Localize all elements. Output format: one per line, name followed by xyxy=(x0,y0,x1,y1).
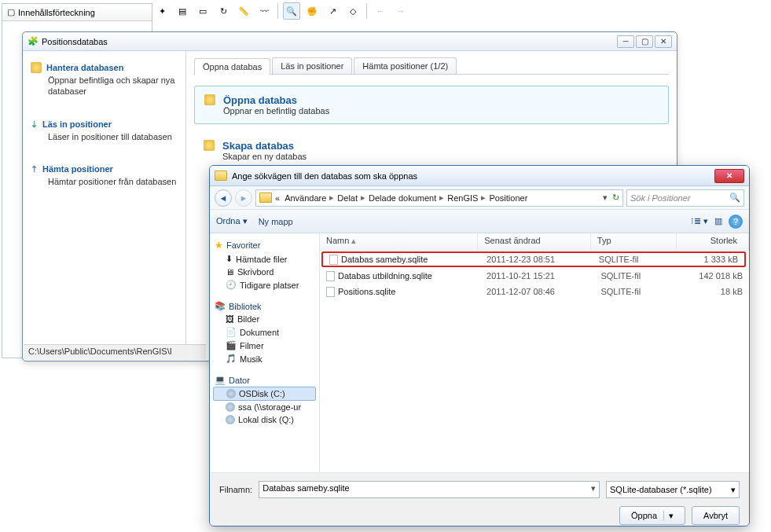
dialog-close-button[interactable]: ✕ xyxy=(714,169,744,183)
file-icon xyxy=(326,271,335,281)
crumb[interactable]: Positioner xyxy=(487,193,529,203)
close-button[interactable]: ✕ xyxy=(655,35,672,48)
col-type[interactable]: Typ xyxy=(591,233,677,250)
dialog-nav-tree[interactable]: ★Favoriter ⬇Hämtade filer 🖥Skrivbord 🕘Ti… xyxy=(210,233,320,472)
tree-item[interactable]: ssa (\\storage-ur xyxy=(213,401,316,413)
toolbar-pan-icon[interactable]: ✊ xyxy=(303,2,321,20)
tree-item[interactable]: 📄Dokument xyxy=(213,325,316,339)
organize-menu[interactable]: Ordna ▾ xyxy=(216,216,248,226)
contents-tab[interactable]: ▢ Innehållsförteckning xyxy=(2,4,152,21)
database-icon xyxy=(204,140,215,151)
dialog-bottom: Filnamn: Databas sameby.sqlite ▾ SQLite-… xyxy=(210,472,749,526)
crumb[interactable]: Delat xyxy=(336,193,359,203)
minimize-button[interactable]: ─ xyxy=(617,35,634,48)
tree-item[interactable]: Lokal disk (Q:) xyxy=(213,413,316,426)
open-button[interactable]: Öppna▾ xyxy=(619,506,685,525)
maximize-button[interactable]: ▢ xyxy=(636,35,653,48)
database-icon xyxy=(204,94,215,105)
tree-item[interactable]: OSDisk (C:) xyxy=(213,387,316,401)
dialog-title: Ange sökvägen till den databas som ska ö… xyxy=(232,171,417,181)
crumb[interactable]: RenGIS xyxy=(446,193,479,203)
view-menu[interactable]: ⁝≣ ▾ xyxy=(691,216,708,226)
crumb[interactable]: Delade dokument xyxy=(367,193,438,203)
file-row[interactable]: Databas utbildning.sqlite 2011-10-21 15:… xyxy=(320,268,749,284)
breadcrumb[interactable]: « Användare▸ Delat▸ Delade dokument▸ Ren… xyxy=(255,189,623,207)
tree-item[interactable]: ⬇Hämtade filer xyxy=(213,252,316,266)
option-title: Öppna databas xyxy=(223,94,329,106)
tree-computer[interactable]: 💻Dator xyxy=(213,373,316,387)
crumb[interactable]: Användare xyxy=(283,193,328,203)
filetype-select[interactable]: SQLite-databaser (*.sqlite)▾ xyxy=(606,481,740,498)
chevron-down-icon[interactable]: ▾ xyxy=(663,511,674,521)
toolbar-erase-icon[interactable]: ◇ xyxy=(344,2,362,20)
tree-favorites[interactable]: ★Favoriter xyxy=(213,238,316,252)
preview-pane-button[interactable]: ▥ xyxy=(714,216,722,226)
col-date[interactable]: Senast ändrad xyxy=(478,233,591,250)
sidebar-item-label: Hantera databasen xyxy=(46,63,123,72)
file-row[interactable]: Positions.sqlite 2011-12-07 08:46 SQLITE… xyxy=(320,284,749,299)
option-desc: Öppnar en befintlig databas xyxy=(223,106,329,116)
network-disk-icon xyxy=(226,402,235,412)
nav-forward-button[interactable]: ► xyxy=(235,189,252,207)
toolbar-zoom-icon[interactable]: 🔍 xyxy=(283,2,300,20)
folder-icon xyxy=(215,171,227,181)
toolbar-pick-icon[interactable]: ↗ xyxy=(324,2,341,20)
folder-icon xyxy=(259,193,272,203)
file-open-dialog: Ange sökvägen till den databas som ska ö… xyxy=(209,165,750,526)
new-folder-button[interactable]: Ny mapp xyxy=(259,217,293,226)
toolbar-curve-icon[interactable]: 〰 xyxy=(255,2,273,20)
option-open-db[interactable]: Öppna databas Öppnar en befintlig databa… xyxy=(194,86,669,124)
tree-item[interactable]: 🖥Skrivbord xyxy=(213,266,316,278)
tab-fetch-pos[interactable]: Hämta positioner (1/2) xyxy=(354,57,457,74)
chevron-down-icon[interactable]: ▾ xyxy=(591,483,596,493)
chevron-down-icon[interactable]: ▾ xyxy=(603,193,608,203)
sidebar-item-load[interactable]: ⇣Läs in positioner Läser in positioner t… xyxy=(31,119,178,142)
col-size[interactable]: Storlek xyxy=(677,233,749,250)
sidebar-item-fetch[interactable]: ⇡Hämta positioner Hämtar positioner från… xyxy=(31,164,178,187)
tree-item[interactable]: 🕘Tidigare platser xyxy=(213,278,316,292)
desktop-icon: 🖥 xyxy=(226,267,234,277)
pictures-icon: 🖼 xyxy=(226,314,234,324)
cancel-button[interactable]: Avbryt xyxy=(692,506,740,525)
sidebar-item-manage[interactable]: Hantera databasen Öppnar befintliga och … xyxy=(31,62,178,97)
minus-icon: ▢ xyxy=(7,7,15,17)
positions-titlebar[interactable]: 🧩 Positionsdatabas ─ ▢ ✕ xyxy=(23,32,677,51)
sidebar-item-label: Hämta positioner xyxy=(42,164,113,174)
tab-load-pos[interactable]: Läs in positioner xyxy=(272,57,352,74)
toolbar-refresh-icon[interactable]: ↻ xyxy=(215,2,232,20)
sidebar-item-label: Läs in positioner xyxy=(42,119,112,129)
computer-icon: 💻 xyxy=(215,375,226,385)
search-input[interactable]: Sök i Positioner 🔍 xyxy=(626,189,744,207)
toolbar-doc-icon[interactable]: ▭ xyxy=(194,2,211,20)
option-create-db[interactable]: Skapa databas Skapar en ny databas xyxy=(194,132,669,169)
database-icon xyxy=(31,62,42,73)
nav-back-button[interactable]: ◄ xyxy=(215,189,232,207)
col-name[interactable]: Namn ▴ xyxy=(320,233,478,250)
sidebar-item-desc: Läser in positioner till databasen xyxy=(31,131,178,142)
tree-item[interactable]: 🎵Musik xyxy=(213,352,316,365)
toolbar-back-icon[interactable]: ← xyxy=(372,2,389,20)
documents-icon: 📄 xyxy=(226,327,237,337)
positions-title: Positionsdatabas xyxy=(42,37,108,46)
import-icon: ⇣ xyxy=(31,119,38,130)
tree-item[interactable]: 🎬Filmer xyxy=(213,339,316,352)
toolbar-grid-icon[interactable]: ▤ xyxy=(174,2,191,20)
help-button[interactable]: ? xyxy=(729,215,743,229)
toolbar-measure-icon[interactable]: 📏 xyxy=(235,2,252,20)
contents-tab-label: Innehållsförteckning xyxy=(18,8,95,17)
refresh-icon[interactable]: ↻ xyxy=(609,193,619,203)
option-title: Skapa databas xyxy=(222,140,307,152)
dialog-addressbar: ◄ ► « Användare▸ Delat▸ Delade dokument▸… xyxy=(210,186,749,210)
toolbar-forward-icon[interactable]: → xyxy=(392,2,409,20)
toolbar-tools-icon[interactable]: ✦ xyxy=(153,2,171,20)
option-desc: Skapar en ny databas xyxy=(222,152,307,161)
tree-library[interactable]: 📚Bibliotek xyxy=(213,299,316,313)
dialog-titlebar[interactable]: Ange sökvägen till den databas som ska ö… xyxy=(210,166,749,186)
filename-input[interactable]: Databas sameby.sqlite ▾ xyxy=(259,481,600,498)
tree-item[interactable]: 🖼Bilder xyxy=(213,313,316,325)
file-list-header[interactable]: Namn ▴ Senast ändrad Typ Storlek xyxy=(320,233,749,251)
positions-sidebar: Hantera databasen Öppnar befintliga och … xyxy=(23,51,186,361)
dialog-toolbar: Ordna ▾ Ny mapp ⁝≣ ▾ ▥ ? xyxy=(210,210,749,233)
tab-open-db[interactable]: Öppna databas xyxy=(194,58,270,75)
file-row[interactable]: Databas sameby.sqlite 2011-12-23 08:51 S… xyxy=(321,251,746,267)
